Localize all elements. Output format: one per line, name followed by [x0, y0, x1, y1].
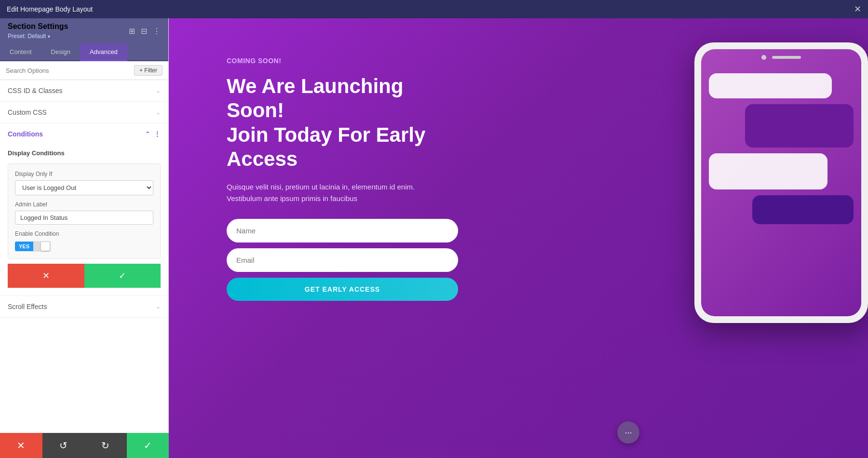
toggle-yes-label: YES: [15, 242, 33, 251]
phone-speaker-icon: [772, 56, 801, 59]
landing-title-line2: Join Today For Early Access: [227, 123, 458, 172]
conditions-label: Conditions: [8, 130, 43, 138]
settings-top: Section Settings Preset: Default ▾ ⊞ ⊟ ⋮: [0, 18, 168, 43]
conditions-section: Conditions ⌃ ⋮ Display Conditions Displa…: [0, 123, 168, 296]
condition-box: Display Only If User is Logged Out User …: [8, 163, 161, 259]
landing-title-line1: We Are Launching Soon!: [227, 74, 458, 123]
phone-bar-4: [752, 195, 854, 224]
phone-mockup: [694, 42, 868, 323]
css-id-classes-section: CSS ID & Classes ⌄: [0, 80, 168, 102]
phone-inner: [701, 49, 861, 316]
landing-description: Quisque velit nisi, pretium ut lacinia i…: [227, 181, 458, 204]
discard-button[interactable]: ✕: [0, 433, 42, 458]
columns-icon[interactable]: ⊟: [141, 27, 147, 36]
css-id-classes-header[interactable]: CSS ID & Classes ⌄: [0, 80, 168, 101]
fab-button[interactable]: ···: [617, 421, 639, 444]
display-only-if-label: Display Only If: [15, 171, 153, 177]
phone-outer: [694, 42, 868, 323]
phone-bar-2: [745, 104, 854, 148]
section-settings-title: Section Settings: [8, 22, 68, 31]
tab-advanced[interactable]: Advanced: [80, 43, 127, 61]
preset-chevron-icon: ▾: [48, 34, 50, 39]
admin-label-input[interactable]: [15, 211, 153, 225]
title-bar: Edit Homepage Body Layout ✕: [0, 0, 868, 18]
scroll-effects-section[interactable]: Scroll Effects ⌄: [0, 296, 168, 318]
close-icon[interactable]: ✕: [854, 4, 861, 14]
condition-confirm-button[interactable]: ✓: [84, 264, 161, 288]
save-button[interactable]: ✓: [127, 433, 169, 458]
main-layout: Section Settings Preset: Default ▾ ⊞ ⊟ ⋮…: [0, 18, 868, 458]
name-input[interactable]: [227, 219, 458, 242]
email-input[interactable]: [227, 248, 458, 272]
tab-content[interactable]: Content: [0, 43, 41, 61]
landing-title: We Are Launching Soon! Join Today For Ea…: [227, 74, 458, 172]
landing-content: COMING SOON! We Are Launching Soon! Join…: [227, 47, 458, 301]
search-bar: + Filter: [0, 61, 168, 80]
toggle-container[interactable]: YES: [15, 241, 153, 252]
toggle-track[interactable]: [33, 241, 51, 252]
phone-screen-content: [701, 66, 861, 316]
preset-line[interactable]: Preset: Default ▾: [8, 33, 68, 40]
enable-condition-label: Enable Condition: [15, 230, 153, 237]
right-content: COMING SOON! We Are Launching Soon! Join…: [169, 18, 868, 458]
condition-cancel-button[interactable]: ✕: [8, 264, 84, 288]
phone-bar-3: [709, 153, 827, 189]
css-id-classes-label: CSS ID & Classes: [8, 87, 63, 94]
search-input[interactable]: [6, 67, 130, 74]
undo-button[interactable]: ↺: [42, 433, 85, 458]
section-settings-block: Section Settings Preset: Default ▾: [8, 22, 68, 40]
action-buttons: ✕ ✓: [8, 264, 161, 288]
redo-button[interactable]: ↻: [84, 433, 127, 458]
get-early-access-button[interactable]: GET EARLY ACCESS: [227, 278, 458, 301]
grid-icon[interactable]: ⊞: [129, 27, 135, 36]
bottom-bar: ✕ ↺ ↻ ✓: [0, 433, 169, 458]
preset-label: Preset: Default: [8, 33, 46, 40]
scroll-effects-chevron-icon: ⌄: [156, 303, 161, 310]
custom-css-section: Custom CSS ⌄: [0, 102, 168, 123]
phone-camera-icon: [761, 55, 766, 60]
coming-soon-text: COMING SOON!: [227, 57, 458, 65]
left-panel: Section Settings Preset: Default ▾ ⊞ ⊟ ⋮…: [0, 18, 169, 458]
conditions-header-icons: ⌃ ⋮: [145, 130, 161, 138]
settings-top-icons: ⊞ ⊟ ⋮: [129, 27, 161, 36]
custom-css-label: Custom CSS: [8, 108, 47, 116]
display-only-if-select[interactable]: User is Logged Out User is Logged In: [15, 180, 153, 195]
scroll-effects-label: Scroll Effects: [8, 303, 47, 310]
conditions-header[interactable]: Conditions ⌃ ⋮: [0, 123, 168, 145]
display-conditions-label: Display Conditions: [8, 149, 161, 157]
tab-design[interactable]: Design: [41, 43, 80, 61]
toggle-thumb: [41, 242, 50, 251]
tabs-bar: Content Design Advanced: [0, 43, 168, 61]
more-icon[interactable]: ⋮: [153, 27, 161, 36]
conditions-chevron-icon: ⌃: [145, 131, 150, 137]
conditions-more-icon[interactable]: ⋮: [154, 130, 161, 138]
css-id-classes-chevron-icon: ⌄: [156, 87, 161, 94]
conditions-body: Display Conditions Display Only If User …: [0, 145, 168, 296]
custom-css-header[interactable]: Custom CSS ⌄: [0, 102, 168, 123]
admin-label-field-label: Admin Label: [15, 201, 153, 208]
custom-css-chevron-icon: ⌄: [156, 109, 161, 116]
phone-top-bar: [701, 49, 861, 66]
title-bar-title: Edit Homepage Body Layout: [7, 5, 93, 13]
filter-button[interactable]: + Filter: [134, 65, 163, 76]
phone-bar-1: [709, 73, 832, 98]
